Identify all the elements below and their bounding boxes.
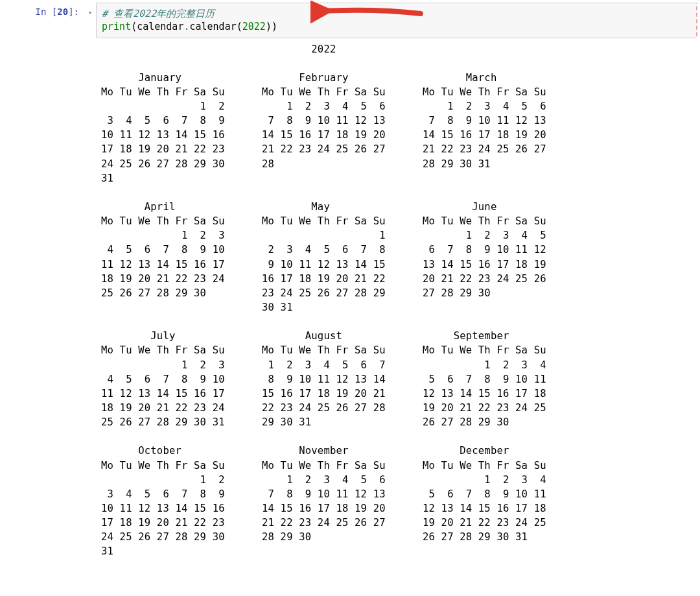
code-print: print [102, 21, 131, 32]
prompt-suffix: ]: [68, 6, 79, 17]
code-module: calendar [137, 21, 183, 32]
code-method: calendar [189, 21, 236, 32]
prompt-in: In [ [36, 6, 58, 17]
prompt-number: 20 [57, 6, 68, 17]
code-comment: # 查看2022年的完整日历 [102, 8, 215, 19]
cell-output: 2022 January February March Mo Tu We Th … [96, 38, 700, 559]
code-editor[interactable]: # 查看2022年的完整日历 print(calendar.calendar(2… [96, 3, 697, 38]
cell-prompt: In [20]: [0, 3, 84, 38]
code-cell: In [20]: ▾ # 查看2022年的完整日历 print(calendar… [0, 0, 700, 38]
cell-collapser-icon[interactable]: ▾ [84, 3, 96, 38]
code-line-1: # 查看2022年的完整日历 [102, 7, 691, 20]
calendar-output: 2022 January February March Mo Tu We Th … [101, 42, 700, 559]
chevron-down-icon: ▾ [88, 8, 93, 17]
code-arg: 2022 [242, 21, 266, 32]
code-line-2: print(calendar.calendar(2022)) [102, 20, 691, 33]
